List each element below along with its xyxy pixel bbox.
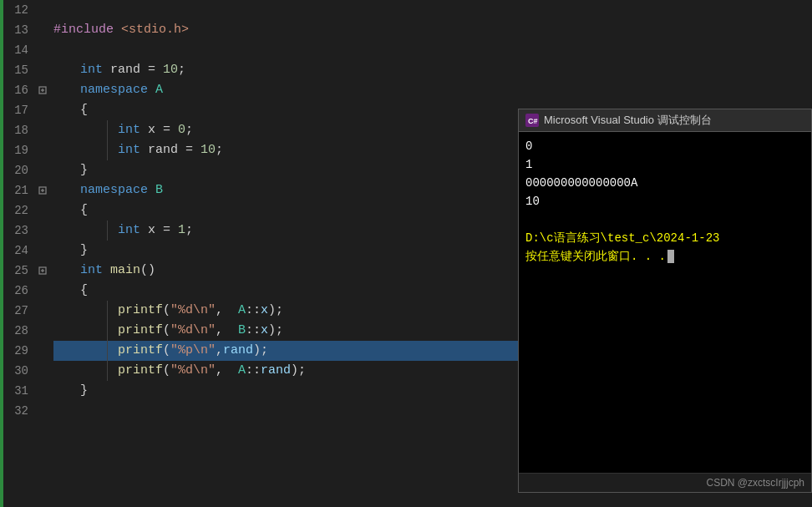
console-output-0: 0 bbox=[525, 137, 804, 155]
code-line-15: int rand = 10; bbox=[53, 60, 518, 80]
code-line-12 bbox=[53, 0, 518, 20]
code-line-14 bbox=[53, 40, 518, 60]
code-line-22: { bbox=[53, 200, 518, 221]
code-line-21: namespace B bbox=[53, 180, 518, 200]
collapse-btn-namespace-a[interactable] bbox=[35, 80, 50, 100]
code-line-20: } bbox=[53, 160, 518, 180]
code-line-16: namespace A bbox=[53, 80, 518, 100]
code-line-29: printf("%p\n",rand); bbox=[53, 341, 518, 361]
console-output-3: 10 bbox=[525, 192, 804, 210]
code-line-28: printf("%d\n", B::x); bbox=[53, 321, 518, 341]
svg-text:C#: C# bbox=[528, 117, 538, 125]
watermark: CSDN @zxctscIrjjjcph bbox=[706, 477, 804, 489]
code-line-27: printf("%d\n", A::x); bbox=[53, 301, 518, 321]
vs-icon: C# bbox=[525, 114, 539, 127]
code-editor: 12 13 14 15 16 17 18 19 20 21 22 23 24 2… bbox=[0, 0, 518, 507]
console-output-6: 按任意键关闭此窗口. . . bbox=[525, 247, 804, 266]
gutter bbox=[35, 0, 50, 507]
code-line-18: int x = 0; bbox=[53, 120, 518, 140]
code-line-19: int rand = 10; bbox=[53, 140, 518, 160]
code-line-26: { bbox=[53, 281, 518, 301]
code-line-24: } bbox=[53, 241, 518, 261]
code-line-32 bbox=[53, 401, 518, 421]
line-numbers: 12 13 14 15 16 17 18 19 20 21 22 23 24 2… bbox=[3, 0, 35, 507]
code-line-30: printf("%d\n", A::rand); bbox=[53, 361, 518, 381]
console-title-bar: C# Microsoft Visual Studio 调试控制台 bbox=[519, 109, 811, 132]
console-title: Microsoft Visual Studio 调试控制台 bbox=[544, 113, 712, 128]
console-window: C# Microsoft Visual Studio 调试控制台 0 1 000… bbox=[518, 109, 812, 493]
code-line-17: { bbox=[53, 100, 518, 120]
console-output-2: 000000000000000A bbox=[525, 174, 804, 192]
code-line-23: int x = 1; bbox=[53, 221, 518, 241]
collapse-btn-main[interactable] bbox=[35, 261, 50, 281]
code-line-13: #include <stdio.h> bbox=[53, 20, 518, 40]
code-line-31: } bbox=[53, 381, 518, 401]
console-footer: CSDN @zxctscIrjjjcph bbox=[519, 473, 811, 492]
code-content: #include <stdio.h> int rand = 10; namesp… bbox=[50, 0, 518, 507]
console-output-1: 1 bbox=[525, 155, 804, 174]
code-line-25: int main() bbox=[53, 261, 518, 281]
collapse-btn-namespace-b[interactable] bbox=[35, 180, 50, 200]
console-output-5: D:\c语言练习\test_c\2024-1-23 bbox=[525, 229, 804, 247]
console-output-4 bbox=[525, 210, 804, 229]
console-body: 0 1 000000000000000A 10 D:\c语言练习\test_c\… bbox=[519, 132, 811, 473]
